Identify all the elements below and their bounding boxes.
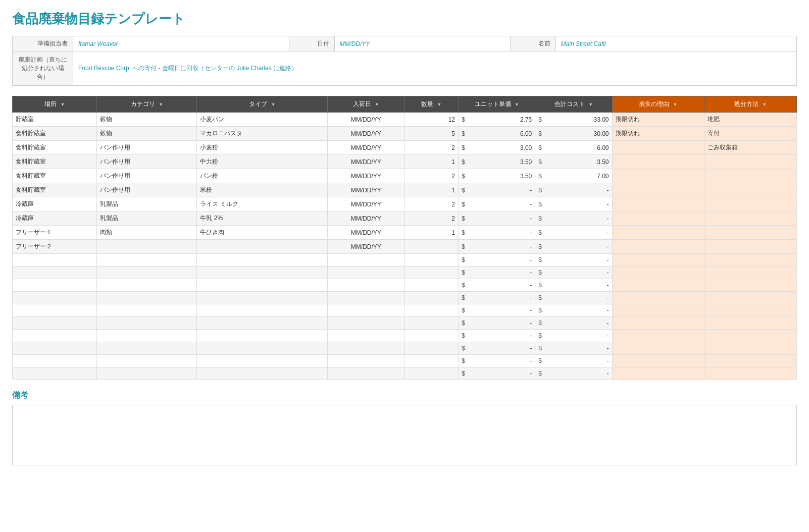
table-cell[interactable]	[404, 267, 459, 279]
table-cell[interactable]	[612, 211, 704, 226]
table-cell[interactable]	[704, 267, 797, 279]
table-cell[interactable]: $-	[459, 267, 535, 279]
table-cell[interactable]: $-	[459, 292, 535, 304]
table-row[interactable]: $-$-	[13, 279, 797, 292]
table-row[interactable]: $-$-	[13, 355, 797, 367]
table-cell[interactable]: パン作り用	[97, 155, 197, 169]
table-cell[interactable]	[197, 317, 328, 330]
table-cell[interactable]	[704, 292, 797, 304]
table-row[interactable]: フリーザー１肉類牛ひき肉MM/DD/YY1$-$-	[13, 226, 797, 240]
category-dropdown-icon[interactable]: ▼	[159, 102, 163, 107]
table-cell[interactable]: 乳製品	[97, 197, 197, 211]
table-cell[interactable]: ごみ収集箱	[704, 141, 797, 155]
table-cell[interactable]	[404, 279, 459, 292]
table-cell[interactable]: $-	[459, 279, 535, 292]
table-cell[interactable]	[612, 226, 704, 240]
table-cell[interactable]: パン粉	[197, 169, 328, 183]
table-cell[interactable]	[328, 355, 404, 367]
table-cell[interactable]	[612, 342, 704, 355]
table-cell[interactable]: 乳製品	[97, 211, 197, 226]
table-cell[interactable]	[328, 367, 404, 380]
table-cell[interactable]	[328, 292, 404, 304]
table-cell[interactable]	[97, 304, 197, 317]
table-cell[interactable]	[612, 267, 704, 279]
table-cell[interactable]	[612, 155, 704, 169]
table-cell[interactable]: MM/DD/YY	[328, 211, 404, 226]
table-cell[interactable]	[612, 367, 704, 380]
table-cell[interactable]: $-	[459, 330, 535, 342]
table-cell[interactable]: ライス ミルク	[197, 197, 328, 211]
table-cell[interactable]	[97, 292, 197, 304]
table-row[interactable]: $-$-	[13, 267, 797, 279]
table-cell[interactable]	[13, 355, 97, 367]
table-row[interactable]: 貯蔵室穀物小麦パンMM/DD/YY12$2.75$33.00期限切れ堆肥	[13, 113, 797, 127]
table-cell[interactable]: $-	[535, 183, 612, 197]
table-cell[interactable]: $2.75	[459, 113, 535, 127]
disposal-plan-value[interactable]: Food Rescue Corp. への寄付 - 金曜日に回収（センターの Ju…	[73, 51, 797, 86]
table-cell[interactable]: 2	[404, 211, 459, 226]
table-cell[interactable]	[704, 330, 797, 342]
table-cell[interactable]: 中力粉	[197, 155, 328, 169]
table-cell[interactable]: $30.00	[535, 127, 612, 141]
table-cell[interactable]: 牛ひき肉	[197, 226, 328, 240]
table-cell[interactable]	[13, 292, 97, 304]
col-header-category[interactable]: カテゴリ ▼	[97, 96, 197, 113]
table-cell[interactable]: 2	[404, 197, 459, 211]
table-cell[interactable]: $-	[459, 317, 535, 330]
table-row[interactable]: 食料貯蔵室パン作り用小麦粉MM/DD/YY2$3.00$6.00ごみ収集箱	[13, 141, 797, 155]
table-cell[interactable]: $3.50	[535, 155, 612, 169]
table-cell[interactable]: $-	[535, 355, 612, 367]
location-dropdown-icon[interactable]: ▼	[60, 102, 65, 107]
table-cell[interactable]: 期限切れ	[612, 127, 704, 141]
table-cell[interactable]	[404, 367, 459, 380]
table-cell[interactable]: 1	[404, 183, 459, 197]
col-header-location[interactable]: 場所 ▼	[13, 96, 97, 113]
table-cell[interactable]: $33.00	[535, 113, 612, 127]
table-row[interactable]: $-$-	[13, 342, 797, 355]
table-cell[interactable]: 5	[404, 127, 459, 141]
table-cell[interactable]	[404, 292, 459, 304]
table-cell[interactable]	[612, 141, 704, 155]
name-value[interactable]: Main Street Café	[555, 36, 796, 51]
table-cell[interactable]: 食料貯蔵室	[13, 169, 97, 183]
table-cell[interactable]: 1	[404, 155, 459, 169]
table-cell[interactable]: 期限切れ	[612, 113, 704, 127]
table-cell[interactable]	[404, 355, 459, 367]
table-cell[interactable]	[197, 355, 328, 367]
table-cell[interactable]: 堆肥	[704, 113, 797, 127]
table-cell[interactable]	[13, 279, 97, 292]
table-cell[interactable]	[704, 197, 797, 211]
table-cell[interactable]	[612, 169, 704, 183]
table-cell[interactable]: $-	[459, 367, 535, 380]
table-cell[interactable]	[404, 330, 459, 342]
table-row[interactable]: $-$-	[13, 292, 797, 304]
table-cell[interactable]: $-	[535, 226, 612, 240]
table-row[interactable]: 食料貯蔵室パン作り用中力粉MM/DD/YY1$3.50$3.50	[13, 155, 797, 169]
col-header-unit-price[interactable]: ユニット単価 ▼	[459, 96, 535, 113]
table-cell[interactable]: $-	[535, 330, 612, 342]
table-cell[interactable]: $-	[535, 211, 612, 226]
table-cell[interactable]	[612, 317, 704, 330]
table-cell[interactable]: $-	[459, 254, 535, 267]
table-cell[interactable]	[612, 355, 704, 367]
table-cell[interactable]	[97, 317, 197, 330]
table-cell[interactable]	[704, 304, 797, 317]
table-cell[interactable]: MM/DD/YY	[328, 155, 404, 169]
table-cell[interactable]	[97, 254, 197, 267]
notes-box[interactable]	[12, 405, 797, 465]
table-cell[interactable]	[704, 226, 797, 240]
table-cell[interactable]	[13, 342, 97, 355]
table-cell[interactable]	[704, 342, 797, 355]
table-cell[interactable]	[197, 267, 328, 279]
table-cell[interactable]	[404, 304, 459, 317]
total-cost-dropdown-icon[interactable]: ▼	[588, 102, 593, 107]
table-cell[interactable]	[704, 355, 797, 367]
table-cell[interactable]	[197, 292, 328, 304]
table-cell[interactable]: $-	[459, 240, 535, 254]
table-cell[interactable]: 小麦パン	[197, 113, 328, 127]
table-row[interactable]: 食料貯蔵室穀物マカロニパスタMM/DD/YY5$6.00$30.00期限切れ寄付	[13, 127, 797, 141]
table-cell[interactable]: 2	[404, 141, 459, 155]
table-cell[interactable]	[328, 254, 404, 267]
table-cell[interactable]	[404, 342, 459, 355]
table-cell[interactable]: $-	[535, 254, 612, 267]
